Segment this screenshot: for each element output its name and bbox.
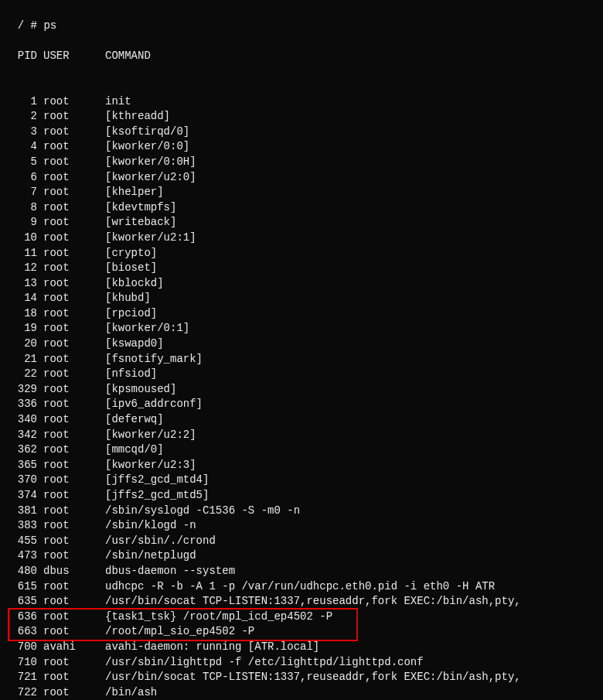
process-user: root — [37, 109, 99, 125]
process-command: [rpciod] — [99, 306, 598, 322]
process-user: root — [37, 504, 99, 519]
process-row: 13root[kblockd] — [5, 276, 598, 292]
process-pid: 362 — [5, 442, 37, 458]
process-user: root — [37, 579, 99, 595]
process-user: root — [37, 306, 99, 322]
process-pid: 9 — [5, 215, 37, 230]
process-command: [kdevtmpfs] — [99, 200, 598, 216]
header-command: COMMAND — [99, 49, 598, 64]
process-user: root — [37, 125, 99, 140]
process-user: root — [37, 291, 99, 306]
process-command: /bin/ash — [99, 685, 598, 700]
process-command: [jffs2_gcd_mtd5] — [99, 488, 598, 504]
process-command: [writeback] — [99, 215, 598, 230]
process-pid: 455 — [5, 534, 37, 549]
process-command: [kworker/u2:1] — [99, 230, 598, 246]
process-user: root — [37, 155, 99, 170]
process-user: root — [37, 185, 99, 200]
process-row: 374root[jffs2_gcd_mtd5] — [5, 488, 598, 504]
process-user: root — [37, 610, 99, 625]
process-command: [mmcqd/0] — [99, 442, 598, 458]
process-command: dbus-daemon --system — [99, 564, 598, 579]
process-user: root — [37, 321, 99, 336]
process-user: root — [37, 458, 99, 473]
process-row: 473root/sbin/netplugd — [5, 548, 598, 564]
process-user: root — [37, 488, 99, 504]
process-command: [jffs2_gcd_mtd4] — [99, 473, 598, 488]
process-pid: 22 — [5, 367, 37, 382]
process-pid: 20 — [5, 336, 37, 352]
process-command: /usr/sbin/./crond — [99, 534, 598, 549]
process-user: root — [37, 548, 99, 564]
process-row: 365root[kworker/u2:3] — [5, 458, 598, 473]
process-pid: 329 — [5, 382, 37, 398]
process-user: root — [37, 170, 99, 186]
process-row: 21root[fsnotify_mark] — [5, 352, 598, 367]
process-command: /sbin/klogd -n — [99, 518, 598, 534]
process-user: root — [37, 94, 99, 110]
process-row: 455root/usr/sbin/./crond — [5, 534, 598, 549]
process-user: root — [37, 428, 99, 443]
process-row: 480dbusdbus-daemon --system — [5, 564, 598, 579]
process-user: root — [37, 670, 99, 685]
process-list: 1rootinit2root[kthreadd]3root[ksoftirqd/… — [5, 94, 598, 700]
process-row: 636root{task1_tsk} /root/mpl_icd_ep4502 … — [5, 610, 598, 625]
process-pid: 383 — [5, 518, 37, 534]
process-command: {task1_tsk} /root/mpl_icd_ep4502 -P — [99, 610, 598, 625]
process-pid: 635 — [5, 594, 37, 610]
process-pid: 11 — [5, 246, 37, 261]
process-pid: 8 — [5, 200, 37, 216]
process-row: 381root/sbin/syslogd -C1536 -S -m0 -n — [5, 504, 598, 519]
process-user: root — [37, 624, 99, 640]
process-row: 700avahiavahi-daemon: running [ATR.local… — [5, 640, 598, 655]
process-row: 7root[khelper] — [5, 185, 598, 200]
process-command: [nfsiod] — [99, 367, 598, 382]
process-user: root — [37, 230, 99, 246]
header-user: USER — [37, 49, 99, 64]
process-command: [kblockd] — [99, 276, 598, 292]
process-user: root — [37, 534, 99, 549]
process-pid: 636 — [5, 610, 37, 625]
process-user: root — [37, 594, 99, 610]
terminal-output[interactable]: / # ps PID USER COMMAND 1rootinit2root[k… — [5, 3, 598, 700]
process-user: root — [37, 352, 99, 367]
process-pid: 365 — [5, 458, 37, 473]
process-pid: 473 — [5, 548, 37, 564]
process-user: root — [37, 246, 99, 261]
process-command: avahi-daemon: running [ATR.local] — [99, 640, 598, 655]
process-pid: 14 — [5, 291, 37, 306]
process-user: root — [37, 518, 99, 534]
process-command: [khubd] — [99, 291, 598, 306]
process-user: root — [37, 200, 99, 216]
process-row: 340root[deferwq] — [5, 412, 598, 428]
process-row: 615rootudhcpc -R -b -A 1 -p /var/run/udh… — [5, 579, 598, 595]
process-command: udhcpc -R -b -A 1 -p /var/run/udhcpc.eth… — [99, 579, 598, 595]
process-user: root — [37, 215, 99, 230]
process-pid: 12 — [5, 261, 37, 276]
process-row: 710root/usr/sbin/lighttpd -f /etc/lightt… — [5, 655, 598, 671]
process-row: 663root/root/mpl_sio_ep4502 -P — [5, 624, 598, 640]
process-command: [kworker/0:1] — [99, 321, 598, 336]
process-command: [kworker/0:0H] — [99, 155, 598, 170]
process-pid: 21 — [5, 352, 37, 367]
process-user: root — [37, 139, 99, 155]
process-pid: 5 — [5, 155, 37, 170]
process-row: 362root[mmcqd/0] — [5, 442, 598, 458]
process-command: init — [99, 94, 598, 110]
process-user: root — [37, 276, 99, 292]
command-prompt-1: / # ps — [18, 19, 56, 32]
process-row: 721root/usr/bin/socat TCP-LISTEN:1337,re… — [5, 670, 598, 685]
process-row: 635root/usr/bin/socat TCP-LISTEN:1337,re… — [5, 594, 598, 610]
process-command: [kpsmoused] — [99, 382, 598, 398]
process-row: 342root[kworker/u2:2] — [5, 428, 598, 443]
process-row: 9root[writeback] — [5, 215, 598, 230]
process-command: [ipv6_addrconf] — [99, 397, 598, 412]
process-user: root — [37, 473, 99, 488]
process-row: 383root/sbin/klogd -n — [5, 518, 598, 534]
process-command: /sbin/syslogd -C1536 -S -m0 -n — [99, 504, 598, 519]
process-row: 14root[khubd] — [5, 291, 598, 306]
process-row: 6root[kworker/u2:0] — [5, 170, 598, 186]
process-user: root — [37, 397, 99, 412]
process-command: [deferwq] — [99, 412, 598, 428]
process-pid: 342 — [5, 428, 37, 443]
